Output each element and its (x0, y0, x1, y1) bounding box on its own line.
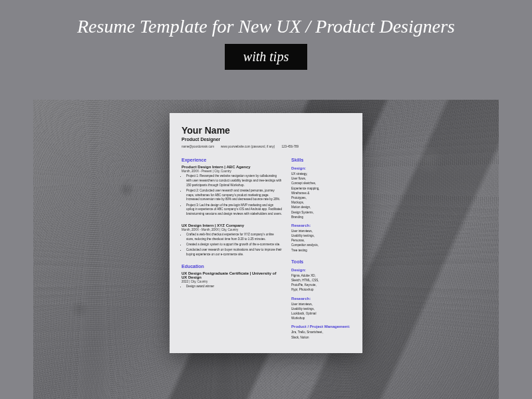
experience-heading: Experience (182, 158, 282, 162)
job-title: UX Design Intern | XYZ Company (182, 223, 282, 227)
job-bullets: Project 1: Revamped the website navigati… (182, 174, 282, 217)
page-header: Resume Template for New UX / Product Des… (0, 0, 532, 70)
resume-columns: Experience Product Design Intern | ABC A… (182, 158, 350, 340)
tools-design-heading: Design: (291, 268, 350, 272)
tools-design-list: Figma, Adobe XD, Sketch, HTML, CSS, Prot… (291, 273, 350, 293)
bullet-item: Project 2: Conducted user research and c… (186, 189, 282, 202)
bullet-item: Design award winner (186, 285, 282, 289)
job-meta: Month, 20XX - Month, 20XX | City, Countr… (182, 228, 282, 231)
education-heading: Education (182, 264, 282, 269)
bullet-item: Crafted a web-first checkout experience … (186, 233, 282, 242)
contact-phone: 123-456-789 (281, 145, 299, 148)
bullet-item: Conducted user research on buyer motivat… (186, 248, 282, 257)
tools-heading: Tools (291, 259, 350, 264)
resume-role: Product Designer (182, 137, 350, 142)
resume-name: Your Name (182, 125, 350, 136)
resume-right-column: Skills Design: UX strategy, User flows, … (291, 158, 350, 340)
skills-research-heading: Research: (291, 223, 350, 227)
subtitle-badge: with tips (225, 44, 307, 70)
contact-site: www.yourwebsite.com (password, if any) (221, 145, 275, 148)
skills-design-list: UX strategy, User flows, Concept sketche… (291, 172, 350, 219)
skills-design-heading: Design: (291, 166, 350, 170)
bullet-item: Project 3: Led the design of the pre-log… (186, 203, 282, 217)
contact-email: name@yourdomain.com (182, 145, 214, 148)
resume-contact: name@yourdomain.com www.yourwebsite.com … (182, 145, 350, 148)
education-bullets: Design award winner (182, 285, 282, 289)
job-title: Product Design Intern | ABC Agency (182, 165, 282, 169)
job-bullets: Crafted a web-first checkout experience … (182, 233, 282, 257)
degree-title: UX Design Postgraduate Certificate | Uni… (182, 271, 282, 279)
degree-meta: 2022 | City, Country (182, 280, 282, 283)
skills-heading: Skills (291, 158, 350, 162)
tools-pm-list: Jira, Trello, Smartsheet, Slack, Notion (291, 330, 350, 339)
preview-canvas: Your Name Product Designer name@yourdoma… (33, 100, 499, 399)
bullet-item: Project 1: Revamped the website navigati… (186, 174, 282, 188)
tools-research-heading: Research: (291, 297, 350, 301)
resume-document: Your Name Product Designer name@yourdoma… (170, 113, 362, 353)
skills-research-list: User interviews, Usability testings, Per… (291, 229, 350, 253)
bullet-item: Created a design system to support the g… (186, 243, 282, 247)
tools-pm-heading: Product / Project Management: (291, 325, 350, 329)
resume-left-column: Experience Product Design Intern | ABC A… (182, 158, 282, 340)
job-meta: Month, 20XX - Present | City, Country (182, 170, 282, 173)
page-title: Resume Template for New UX / Product Des… (0, 16, 532, 37)
tools-research-list: User interviews, Usability testings, Loo… (291, 302, 350, 321)
